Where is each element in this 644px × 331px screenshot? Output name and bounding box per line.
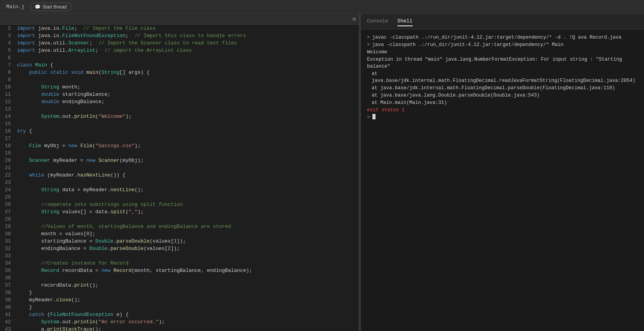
token-kw: void xyxy=(71,70,83,75)
code-line xyxy=(17,149,356,157)
token-punc: ; xyxy=(74,25,83,31)
code-line: try { xyxy=(17,127,356,135)
token-punc: java.io. xyxy=(35,33,62,39)
token-punc: e. xyxy=(17,326,47,331)
token-punc xyxy=(17,70,29,75)
output-text: Exception in thread "main" java.lang.Num… xyxy=(367,56,638,70)
token-punc: } xyxy=(17,290,32,295)
code-line: import java.io.File; // Import the File … xyxy=(17,25,356,32)
line-number: 10 xyxy=(3,83,11,91)
line-number: 23 xyxy=(3,179,11,186)
token-kw: double xyxy=(41,99,59,105)
code-line xyxy=(17,194,356,201)
console-line: > javac -classpath .:/run_dir/junit-4.12… xyxy=(367,34,638,41)
line-number: 14 xyxy=(3,113,11,120)
token-punc: (myObj); xyxy=(119,158,143,163)
token-punc: myObj = xyxy=(41,143,68,149)
prompt-symbol: > xyxy=(367,34,370,41)
panel-tabs: Console Shell xyxy=(361,14,644,29)
token-punc xyxy=(17,224,41,229)
code-panel: ⊞ 23456789101112131415161718192021222324… xyxy=(0,14,359,331)
token-punc: ]); xyxy=(177,238,186,244)
token-punc: startingBalance; xyxy=(59,92,110,97)
line-number: 30 xyxy=(3,230,11,238)
code-line: myReader.close(); xyxy=(17,296,356,304)
token-punc: java.io. xyxy=(35,25,62,31)
start-thread-label: Start thread xyxy=(42,4,67,10)
token-fn: print xyxy=(74,282,89,288)
code-line: Record recordData = new Record(month, st… xyxy=(17,267,356,274)
line-number: 35 xyxy=(3,267,11,274)
token-punc: (); xyxy=(89,282,98,288)
code-line: catch (FileNotFoundException e) { xyxy=(17,311,356,318)
line-number: 8 xyxy=(3,69,11,76)
code-line: double startingBalance; xyxy=(17,91,356,98)
token-type: String xyxy=(102,70,120,75)
token-kw: catch xyxy=(29,312,44,317)
code-line: import java.util.ArrayList; // import th… xyxy=(17,47,356,54)
line-number: 21 xyxy=(3,164,11,171)
code-line xyxy=(17,252,356,260)
tab-label: Main.j xyxy=(3,4,27,10)
output-text: Welcome xyxy=(367,49,387,56)
code-line xyxy=(17,135,356,142)
line-number: 42 xyxy=(3,318,11,326)
code-line: System.out.println("Welcome"); xyxy=(17,113,356,120)
token-punc: ( xyxy=(44,312,50,317)
token-punc xyxy=(17,260,41,266)
token-fn: close xyxy=(56,297,71,303)
line-number: 27 xyxy=(3,208,11,216)
token-punc: month; xyxy=(59,84,80,90)
prompt-symbol: > xyxy=(367,41,370,48)
token-cmt: // Import the File class xyxy=(83,25,156,31)
token-punc: myReader. xyxy=(17,297,56,303)
line-number: 34 xyxy=(3,260,11,267)
code-line: //Values of month, startingBalance and e… xyxy=(17,223,356,230)
token-fn: hasNextLine xyxy=(77,172,110,178)
code-line: month = values[0]; xyxy=(17,230,356,238)
token-punc: ); xyxy=(126,114,132,119)
token-punc xyxy=(17,268,41,273)
token-punc: } xyxy=(17,304,32,310)
stack-text: at Main.main(Main.java:31) xyxy=(367,99,447,106)
token-punc: recordData. xyxy=(17,282,74,288)
token-cmt: // Import this class to handle errors xyxy=(134,33,246,39)
tab-shell[interactable]: Shell xyxy=(398,17,413,26)
stack-text: at java.base/jdk.internal.math.FloatingD… xyxy=(367,85,615,92)
line-number: 18 xyxy=(3,142,11,149)
token-punc: (values[ xyxy=(144,246,168,251)
token-cmt: // Import the Scanner class to read text… xyxy=(99,40,237,46)
code-line xyxy=(17,164,356,171)
token-punc: (month, startingBalance, endingBalance); xyxy=(131,268,252,273)
grid-icon[interactable]: ⊞ xyxy=(353,16,356,22)
token-punc: java.util. xyxy=(35,48,68,53)
stack-text: at java.base/jdk.internal.math.FloatingD… xyxy=(367,70,638,84)
console-content[interactable]: > javac -classpath .:/run_dir/junit-4.12… xyxy=(361,29,644,331)
main-content: ⊞ 23456789101112131415161718192021222324… xyxy=(0,14,644,331)
tab-console[interactable]: Console xyxy=(367,17,388,26)
token-kw: while xyxy=(29,172,44,178)
token-punc: ( xyxy=(99,70,102,75)
token-kw: public xyxy=(29,70,47,75)
token-type: Double xyxy=(89,246,107,251)
token-punc xyxy=(17,319,41,325)
token-fn: Record xyxy=(114,268,132,273)
line-number: 5 xyxy=(3,47,11,54)
token-type: Main xyxy=(35,62,47,68)
token-type: Scanner xyxy=(68,40,90,46)
command-text: javac -classpath .:/run_dir/junit-4.12.j… xyxy=(372,34,622,41)
code-line: double endingBalance; xyxy=(17,98,356,105)
code-line xyxy=(17,274,356,282)
token-punc: (myReader. xyxy=(44,172,77,178)
code-line: System.out.println("An error occurred.")… xyxy=(17,318,356,326)
code-lines: import java.io.File; // Import the File … xyxy=(14,25,359,331)
token-kw: import xyxy=(17,25,35,31)
token-fn: printStackTrace xyxy=(47,326,92,331)
token-type: ArrayList xyxy=(68,48,95,53)
start-thread-button[interactable]: 💬 Start thread xyxy=(31,3,71,11)
token-type: System xyxy=(41,319,59,325)
code-container[interactable]: 2345678910111213141516171819202122232425… xyxy=(0,25,359,331)
code-line: import java.util.Scanner; // Import the … xyxy=(17,39,356,47)
token-punc: ; xyxy=(95,48,104,53)
token-cmt: //Creates instance for Record xyxy=(41,260,128,266)
